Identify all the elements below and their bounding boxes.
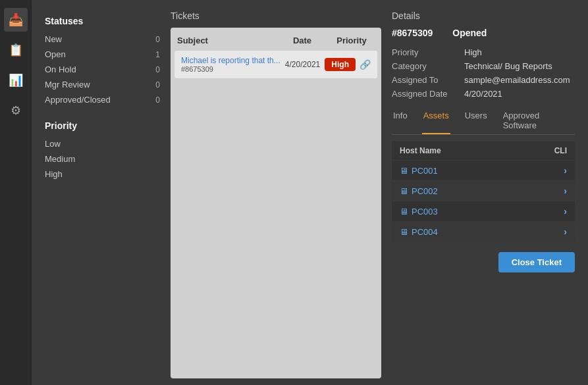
- details-header: #8675309 Opened: [392, 28, 575, 38]
- assets-header-row: Host Name CLI: [392, 141, 575, 160]
- priority-title: Priority: [45, 120, 160, 131]
- details-panel: Details #8675309 Opened Priority High Ca…: [392, 11, 575, 378]
- tickets-panel-title: Tickets: [171, 11, 381, 21]
- detail-row-category: Category Technical/ Bug Reports: [392, 61, 575, 71]
- detail-row-assigned-to: Assigned To sample@emailaddress.com: [392, 75, 575, 85]
- monitor-icon-pc001: 🖥: [400, 166, 408, 176]
- detail-value-assigned-to: sample@emailaddress.com: [464, 75, 570, 85]
- priority-badge: High: [325, 58, 356, 71]
- statuses-title: Statuses: [45, 16, 160, 26]
- ticket-subject-text: Michael is reporting that th...: [181, 56, 281, 65]
- col-cli-header: CLI: [554, 146, 567, 155]
- ticket-priority-cell: High 🔗: [325, 58, 371, 71]
- detail-label-category: Category: [392, 61, 458, 71]
- detail-ticket-id: #8675309: [392, 28, 433, 38]
- asset-name-pc001: 🖥 PC001: [400, 166, 438, 176]
- tab-assets[interactable]: Assets: [422, 108, 450, 134]
- priority-medium[interactable]: Medium: [45, 151, 160, 167]
- panels-row: Statuses New 0 Open 1 On Hold 0 Mgr Revi…: [45, 11, 575, 378]
- close-ticket-row: Close Ticket: [392, 248, 575, 272]
- main-content: Statuses New 0 Open 1 On Hold 0 Mgr Revi…: [32, 0, 588, 385]
- status-on-hold[interactable]: On Hold 0: [45, 62, 160, 77]
- tab-info[interactable]: Info: [392, 108, 409, 134]
- monitor-icon-pc003: 🖥: [400, 207, 408, 217]
- attachment-icon: 🔗: [360, 59, 371, 70]
- col-host-name-header: Host Name: [400, 146, 441, 155]
- detail-label-assigned-to: Assigned To: [392, 75, 458, 85]
- asset-row-pc003[interactable]: 🖥 PC003 ›: [392, 201, 575, 221]
- detail-value-assigned-date: 4/20/2021: [464, 89, 502, 99]
- status-new[interactable]: New 0: [45, 32, 160, 47]
- asset-row-pc001[interactable]: 🖥 PC001 ›: [392, 160, 575, 180]
- ticket-number: #8675309: [181, 65, 281, 73]
- col-priority-header: Priority: [329, 36, 375, 45]
- sidebar-icon-document[interactable]: 📋: [4, 38, 28, 62]
- priority-low[interactable]: Low: [45, 136, 160, 151]
- left-nav: Statuses New 0 Open 1 On Hold 0 Mgr Revi…: [45, 11, 160, 378]
- details-panel-title: Details: [392, 11, 575, 21]
- sidebar-icon-gear[interactable]: ⚙: [4, 99, 28, 122]
- chevron-icon-pc002: ›: [564, 186, 567, 196]
- asset-name-pc003: 🖥 PC003: [400, 207, 438, 217]
- detail-label-assigned-date: Assigned Date: [392, 89, 458, 99]
- close-ticket-button[interactable]: Close Ticket: [498, 252, 575, 272]
- statuses-section: Statuses New 0 Open 1 On Hold 0 Mgr Revi…: [45, 16, 160, 107]
- tickets-header-row: Subject Date Priority: [171, 33, 381, 51]
- status-open[interactable]: Open 1: [45, 47, 160, 62]
- detail-value-category: Technical/ Bug Reports: [464, 61, 552, 71]
- priority-section: Priority Low Medium High: [45, 120, 160, 182]
- ticket-subject: Michael is reporting that th... #8675309: [181, 56, 281, 73]
- chevron-icon-pc001: ›: [564, 165, 567, 176]
- detail-row-priority: Priority High: [392, 47, 575, 57]
- col-date-header: Date: [276, 36, 329, 45]
- detail-rows: Priority High Category Technical/ Bug Re…: [392, 47, 575, 99]
- tab-approved-software[interactable]: Approved Software: [502, 108, 575, 134]
- ticket-row[interactable]: Michael is reporting that th... #8675309…: [174, 51, 377, 78]
- status-approved-closed[interactable]: Approved/Closed 0: [45, 92, 160, 107]
- sidebar: 📥 📋 📊 ⚙: [0, 0, 32, 385]
- monitor-icon-pc002: 🖥: [400, 186, 408, 196]
- ticket-date: 4/20/2021: [281, 60, 325, 69]
- col-subject-header: Subject: [177, 36, 276, 45]
- monitor-icon-pc004: 🖥: [400, 227, 408, 237]
- detail-label-priority: Priority: [392, 47, 458, 57]
- chevron-icon-pc004: ›: [564, 226, 567, 237]
- status-mgr-review[interactable]: Mgr Review 0: [45, 77, 160, 92]
- asset-row-pc004[interactable]: 🖥 PC004 ›: [392, 221, 575, 242]
- sidebar-icon-inbox[interactable]: 📥: [4, 8, 28, 32]
- tickets-panel: Tickets Subject Date Priority Michael is…: [171, 11, 381, 378]
- tickets-table: Subject Date Priority Michael is reporti…: [171, 28, 381, 378]
- tab-users[interactable]: Users: [464, 108, 489, 134]
- priority-high[interactable]: High: [45, 167, 160, 182]
- detail-row-assigned-date: Assigned Date 4/20/2021: [392, 89, 575, 99]
- asset-name-pc004: 🖥 PC004: [400, 227, 438, 237]
- chevron-icon-pc003: ›: [564, 206, 567, 217]
- assets-table: Host Name CLI 🖥 PC001 › 🖥 PC002 ›: [392, 141, 575, 242]
- asset-row-pc002[interactable]: 🖥 PC002 ›: [392, 180, 575, 201]
- detail-value-priority: High: [464, 47, 482, 57]
- asset-name-pc002: 🖥 PC002: [400, 186, 438, 196]
- detail-status: Opened: [452, 28, 487, 38]
- detail-tabs: Info Assets Users Approved Software: [392, 108, 575, 135]
- sidebar-icon-chart[interactable]: 📊: [4, 68, 28, 92]
